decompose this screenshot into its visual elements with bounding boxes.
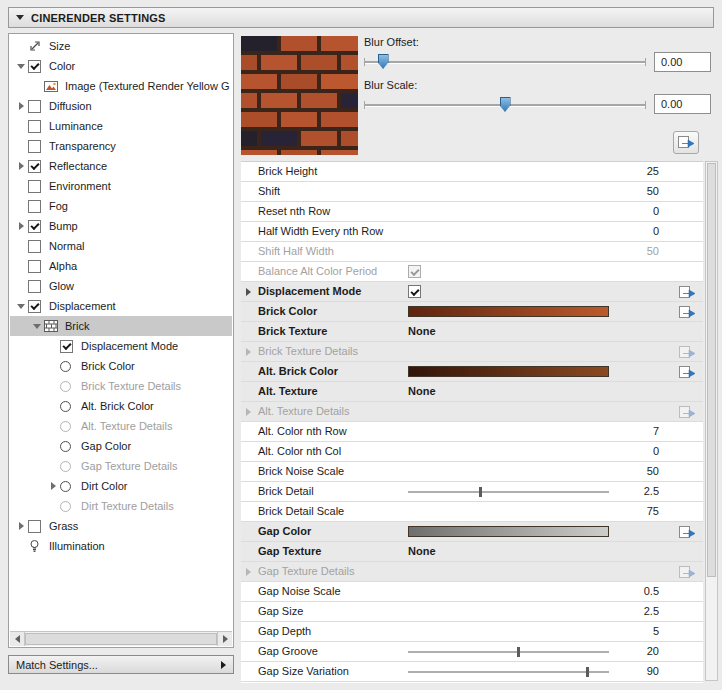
checkbox[interactable] (28, 300, 41, 313)
param-row-gap-noise-scale[interactable]: Gap Noise Scale0.5 (241, 582, 703, 602)
expand-closed-arrow[interactable] (246, 288, 251, 296)
transfer-settings-button[interactable] (673, 131, 699, 154)
blur-scale-slider-thumb[interactable] (500, 97, 511, 112)
checkbox[interactable] (28, 260, 41, 273)
expand-closed-arrow[interactable] (14, 522, 28, 530)
param-row-brick-detail-scale[interactable]: Brick Detail Scale75 (241, 502, 703, 522)
open-settings-icon[interactable] (679, 344, 696, 359)
tree-item-bump[interactable]: Bump (10, 216, 232, 236)
param-row-gap-groove[interactable]: Gap Groove20 (241, 642, 703, 662)
param-value[interactable]: 50 (579, 185, 659, 197)
param-row-gap-texture[interactable]: Gap TextureNone (241, 542, 703, 562)
param-row-brick-texture[interactable]: Brick TextureNone (241, 322, 703, 342)
checkbox[interactable] (28, 220, 41, 233)
tree-item-image-textured-render-yellow-g[interactable]: Image (Textured Render Yellow G (10, 76, 232, 96)
tree-item-illumination[interactable]: Illumination (10, 536, 232, 556)
expand-closed-arrow[interactable] (14, 162, 28, 170)
param-row-reset-nth-row[interactable]: Reset nth Row0 (241, 202, 703, 222)
param-row-gap-size[interactable]: Gap Size2.5 (241, 602, 703, 622)
checkbox[interactable] (28, 100, 41, 113)
expand-closed-arrow[interactable] (46, 482, 60, 490)
blur-scale-slider[interactable] (364, 97, 646, 112)
checkbox[interactable] (28, 280, 41, 293)
param-value[interactable]: 50 (579, 245, 659, 257)
color-swatch[interactable] (408, 306, 609, 317)
param-row-displacement-mode[interactable]: Displacement Mode (241, 282, 703, 302)
match-settings-button[interactable]: Match Settings... (8, 655, 234, 674)
param-value[interactable]: 2.5 (579, 605, 659, 617)
open-settings-icon[interactable] (679, 524, 696, 539)
param-row-brick-texture-details[interactable]: Brick Texture Details (241, 342, 703, 362)
param-row-gap-color[interactable]: Gap Color (241, 522, 703, 542)
open-settings-icon[interactable] (679, 304, 696, 319)
param-value[interactable]: 50 (579, 465, 659, 477)
expand-open-arrow[interactable] (14, 64, 28, 69)
param-value[interactable]: 75 (579, 505, 659, 517)
checkbox[interactable] (28, 60, 41, 73)
tree-horizontal-scrollbar[interactable] (10, 631, 232, 646)
param-value[interactable]: 0 (579, 225, 659, 237)
table-vertical-scrollbar[interactable] (705, 161, 718, 681)
checkbox[interactable] (28, 240, 41, 253)
tree-item-fog[interactable]: Fog (10, 196, 232, 216)
row-slider-thumb[interactable] (479, 487, 482, 497)
param-value[interactable]: 5 (579, 625, 659, 637)
checkbox[interactable] (28, 160, 41, 173)
param-row-alt-texture[interactable]: Alt. TextureNone (241, 382, 703, 402)
param-value[interactable]: 7 (579, 425, 659, 437)
checkbox[interactable] (408, 265, 421, 278)
param-value[interactable]: 90 (579, 665, 659, 677)
scroll-right-button[interactable] (217, 632, 232, 646)
checkbox[interactable] (60, 340, 73, 353)
tree-item-environment[interactable]: Environment (10, 176, 232, 196)
tree-item-dirt-texture-details[interactable]: Dirt Texture Details (10, 496, 232, 516)
checkbox[interactable] (28, 200, 41, 213)
tree-item-brick-texture-details[interactable]: Brick Texture Details (10, 376, 232, 396)
table-scrollbar-thumb[interactable] (707, 163, 716, 577)
param-row-brick-height[interactable]: Brick Height25 (241, 162, 703, 182)
blur-offset-input[interactable]: 0.00 (654, 52, 711, 72)
color-swatch[interactable] (408, 526, 609, 537)
param-row-shift-half-width[interactable]: Shift Half Width50 (241, 242, 703, 262)
tree-item-gap-color[interactable]: Gap Color (10, 436, 232, 456)
expand-closed-arrow[interactable] (246, 348, 251, 356)
param-row-brick-detail[interactable]: Brick Detail2.5 (241, 482, 703, 502)
blur-offset-slider[interactable] (364, 54, 646, 69)
tree-item-diffusion[interactable]: Diffusion (10, 96, 232, 116)
param-row-half-width-every-nth-row[interactable]: Half Width Every nth Row0 (241, 222, 703, 242)
open-settings-icon[interactable] (679, 284, 696, 299)
param-value[interactable]: 20 (579, 645, 659, 657)
checkbox[interactable] (28, 140, 41, 153)
tree-item-brick-color[interactable]: Brick Color (10, 356, 232, 376)
expand-open-arrow[interactable] (30, 324, 44, 329)
texture-value[interactable]: None (408, 325, 436, 337)
tree-item-glow[interactable]: Glow (10, 276, 232, 296)
tree-item-normal[interactable]: Normal (10, 236, 232, 256)
param-value[interactable]: 0 (579, 205, 659, 217)
param-value[interactable]: 25 (579, 165, 659, 177)
tree-item-alpha[interactable]: Alpha (10, 256, 232, 276)
checkbox[interactable] (28, 180, 41, 193)
tree-item-displacement[interactable]: Displacement (10, 296, 232, 316)
checkbox[interactable] (28, 520, 41, 533)
expand-closed-arrow[interactable] (246, 408, 251, 416)
param-row-brick-color[interactable]: Brick Color (241, 302, 703, 322)
param-row-brick-noise-scale[interactable]: Brick Noise Scale50 (241, 462, 703, 482)
param-row-shift[interactable]: Shift50 (241, 182, 703, 202)
row-slider-thumb[interactable] (517, 647, 520, 657)
tree-item-reflectance[interactable]: Reflectance (10, 156, 232, 176)
texture-value[interactable]: None (408, 385, 436, 397)
tree-item-transparency[interactable]: Transparency (10, 136, 232, 156)
tree-item-grass[interactable]: Grass (10, 516, 232, 536)
open-settings-icon[interactable] (679, 404, 696, 419)
color-swatch[interactable] (408, 366, 609, 377)
tree-item-size[interactable]: Size (10, 36, 232, 56)
param-value[interactable]: 0.5 (579, 585, 659, 597)
tree-item-alt-brick-color[interactable]: Alt. Brick Color (10, 396, 232, 416)
param-value[interactable]: 0 (579, 445, 659, 457)
expand-closed-arrow[interactable] (14, 222, 28, 230)
blur-scale-input[interactable]: 0.00 (654, 94, 711, 114)
tree-item-brick[interactable]: Brick (10, 316, 232, 336)
param-row-gap-texture-details[interactable]: Gap Texture Details (241, 562, 703, 582)
checkbox[interactable] (408, 285, 421, 298)
